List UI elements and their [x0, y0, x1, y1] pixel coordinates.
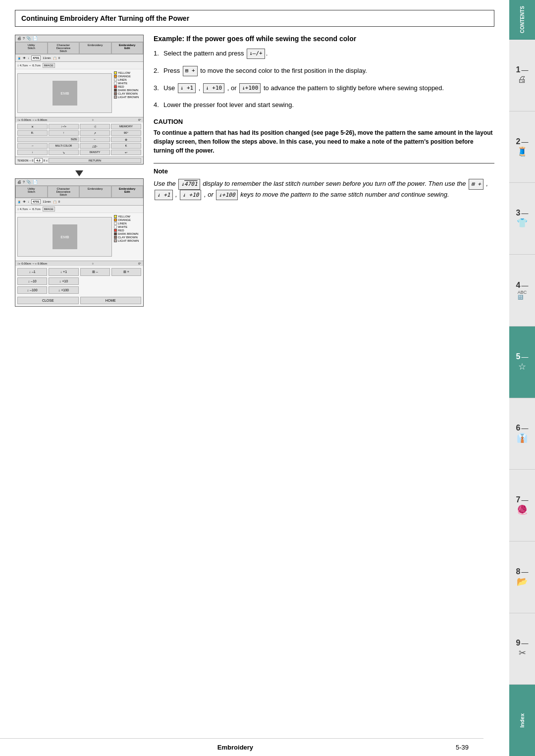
- tab-8[interactable]: 8 — 📂: [509, 541, 535, 613]
- btn-stitch-plus1[interactable]: ↓ +1: [49, 268, 78, 276]
- step-4-num: 4.: [154, 100, 161, 110]
- tab-contents[interactable]: CONTENTS: [509, 0, 535, 40]
- note-btn-boxplus: ⊞ +: [469, 179, 483, 190]
- btn-inline-plus100: ↓+100: [239, 83, 261, 94]
- tab-1-icon: 🖨: [518, 74, 527, 85]
- screen-tab-utility[interactable]: UtilityStitch: [15, 42, 48, 54]
- btn-center[interactable]: ⊕: [111, 137, 141, 142]
- screen-tab-character[interactable]: CharacterDecorativeStitch: [48, 42, 80, 54]
- btn-undo[interactable]: ↩: [111, 150, 141, 155]
- right-column: Example: If the power goes off while sew…: [154, 35, 494, 313]
- tab-7-num: 7: [516, 495, 521, 504]
- color-claybrown-b: [114, 236, 117, 239]
- btn-stitch-minus-plus[interactable]: ↓–/+: [49, 124, 79, 129]
- footer-right: 5-39: [456, 744, 469, 751]
- tab-7-icon: 🧶: [517, 504, 528, 515]
- btn-inline-stitch-minusplus: ↓–/+: [247, 49, 265, 59]
- caution-section: CAUTION To continue a pattern that has h…: [154, 118, 494, 155]
- color-lightbrown-b: [114, 239, 117, 242]
- screen-tab2-embroidery[interactable]: Embroidery: [79, 186, 111, 198]
- btn-r[interactable]: R.: [17, 130, 48, 136]
- btn-stitch-1[interactable]: ↓|: [80, 124, 110, 129]
- btn-stitch-minus100[interactable]: ↓ –100: [17, 286, 47, 294]
- color-yellow-b: [114, 215, 117, 218]
- btn-size[interactable]: SIZE: [17, 137, 79, 142]
- tab-5[interactable]: 5 — ☆: [509, 326, 535, 398]
- right-tab-navigation: CONTENTS 1 — 🖨 2 — 🧵 3 — 👕 4 — ABC🔠 5 —: [509, 0, 535, 756]
- two-column-layout: 🖨 ? 📎 📄 UtilityStitch CharacterDecorativ…: [15, 35, 494, 313]
- screen-tab-embroidery[interactable]: Embroidery: [79, 42, 111, 54]
- tab-9[interactable]: 9 — ✂: [509, 613, 535, 685]
- tab-1[interactable]: 1 — 🖨: [509, 40, 535, 111]
- color-darkbrown: [114, 89, 117, 92]
- color-linen-b: [114, 222, 117, 225]
- btn-inline-box-plus: ⊞ +: [183, 66, 198, 76]
- btn-downright[interactable]: ↘: [49, 150, 79, 155]
- tab-9-icon: ✂: [519, 648, 526, 658]
- step-2-content: Press ⊞ + to move the second color to th…: [163, 66, 494, 76]
- tab-6-icon: 👔: [517, 432, 528, 443]
- color-list: YELLOW ORANGE LINEN WHITE RED DARK BROWN…: [114, 71, 141, 99]
- btn-box-minus[interactable]: ⊞ –: [80, 268, 110, 276]
- controls-grid-top: ✕ ↓–/+ ↓| MEMORY R. ↑ ↗ 90° SIZE ← ⊕ → M…: [15, 122, 143, 157]
- tab-6[interactable]: 6 — 👔: [509, 398, 535, 470]
- tab-4-icon: ABC🔠: [518, 290, 527, 300]
- step-4: 4. Lower the presser foot lever and star…: [154, 100, 494, 110]
- tab-8-num: 8: [516, 567, 521, 576]
- screen-status-top: ↕+ 0.00cm ↔+ 0.00cm ○ 0°: [15, 117, 143, 122]
- note-stitch-display: ↓ 4701: [178, 179, 200, 190]
- btn-close[interactable]: CLOSE: [17, 297, 79, 304]
- btn-rotate[interactable]: 90°: [111, 130, 141, 136]
- screen-tab2-character[interactable]: CharacterDecorativeStitch: [48, 186, 80, 198]
- tab-2[interactable]: 2 — 🧵: [509, 111, 535, 183]
- btn-up[interactable]: ↑: [49, 130, 79, 136]
- step-3-content: Use ↓ +1 , ↓ +10 , or ↓+100 to advance t…: [163, 83, 494, 94]
- color-claybrown: [114, 92, 117, 95]
- btn-right[interactable]: →: [17, 143, 48, 149]
- arrow-down: [75, 170, 83, 176]
- tab-7[interactable]: 7 — 🧶: [509, 470, 535, 541]
- step-3: 3. Use ↓ +1 , ↓ +10 , or ↓+100 to advanc…: [154, 83, 494, 94]
- tab-index[interactable]: Index: [509, 685, 535, 756]
- btn-memory[interactable]: MEMORY: [111, 124, 141, 129]
- color-list-container-bottom: YELLOW ORANGE LINEN WHITE RED DARK BROWN…: [114, 215, 141, 259]
- btn-mirror[interactable]: △|▷: [80, 143, 110, 149]
- svg-text:EMB: EMB: [60, 91, 69, 96]
- step-1-num: 1.: [154, 49, 161, 58]
- tab-2-icon: 🧵: [517, 146, 528, 157]
- btn-cross[interactable]: ✕: [17, 124, 48, 129]
- btn-stitch-minus10[interactable]: ↓ –10: [17, 277, 47, 285]
- tab-4[interactable]: 4 — ABC🔠: [509, 255, 535, 326]
- screen-tab-edit[interactable]: EmbroideryEdit: [111, 42, 144, 54]
- index-label: Index: [519, 713, 525, 728]
- btn-stitch-plus10[interactable]: ↓ +10: [49, 277, 78, 285]
- btn-left[interactable]: ←: [80, 137, 110, 142]
- btn-return[interactable]: RETURN: [49, 158, 141, 163]
- note-btn-plus100: ↓+100: [216, 190, 237, 201]
- tab-3[interactable]: 3 — 👕: [509, 183, 535, 255]
- btn-density[interactable]: DENSITY: [80, 150, 110, 155]
- footer: Embroidery 5-39: [0, 738, 483, 756]
- btn-home[interactable]: HOME: [80, 297, 142, 304]
- step-1: 1. Select the pattern and press ↓–/+.: [154, 49, 494, 59]
- stitch-number-top: 4701: [31, 55, 41, 60]
- screen-tab2-edit[interactable]: EmbroideryEdit: [111, 186, 144, 198]
- section-title-box: Continuing Embroidery After Turning off …: [15, 10, 494, 27]
- btn-upright[interactable]: ↗: [80, 130, 110, 136]
- btn-down[interactable]: ↓: [17, 150, 48, 155]
- image-label-bottom: IMAGE: [43, 207, 55, 212]
- screen-tab2-utility[interactable]: UtilityStitch: [15, 186, 48, 198]
- tab-6-num: 6: [516, 424, 521, 432]
- btn-k[interactable]: K: [111, 143, 141, 149]
- footer-center: Embroidery: [217, 744, 253, 751]
- image-label: IMAGE: [43, 63, 55, 68]
- note-section: Note Use the ↓ 4701 display to remember …: [154, 163, 494, 200]
- screen-body-bottom: EMB YELLOW ORANGE LINEN WHITE RED DARK B…: [15, 213, 143, 261]
- btn-stitch-plus100[interactable]: ↓ +100: [49, 286, 78, 294]
- stitch-number-bottom: 4701: [31, 199, 41, 204]
- section-title: Continuing Embroidery After Turning off …: [21, 14, 189, 22]
- btn-box-plus[interactable]: ⊞ +: [111, 268, 141, 276]
- note-title: Note: [154, 167, 494, 175]
- btn-multicolor[interactable]: MULTI COLOR: [49, 143, 79, 149]
- btn-stitch-minus1[interactable]: ↓ –1: [17, 268, 47, 276]
